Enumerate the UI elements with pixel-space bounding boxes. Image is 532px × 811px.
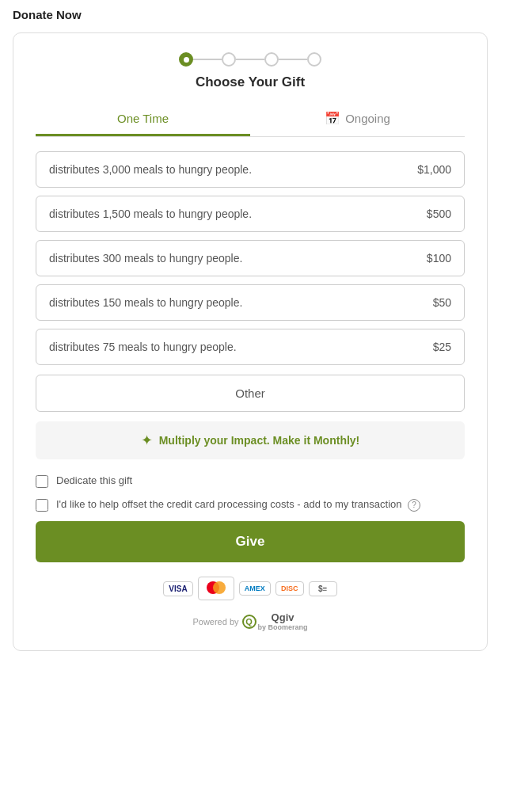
mastercard-icon bbox=[198, 577, 234, 600]
page-title: Donate Now bbox=[13, 8, 519, 21]
powered-by-text: Powered by bbox=[192, 617, 238, 626]
offset-checkbox[interactable] bbox=[36, 499, 48, 512]
stepper bbox=[36, 52, 465, 67]
step-line-2 bbox=[236, 59, 264, 60]
offset-label: I'd like to help offset the credit card … bbox=[56, 497, 420, 512]
dedicate-label: Dedicate this gift bbox=[56, 474, 132, 488]
donation-description-1000: distributes 3,000 meals to hungry people… bbox=[49, 163, 252, 176]
tab-one-time[interactable]: One Time bbox=[36, 103, 250, 136]
donation-amount-500: $500 bbox=[427, 208, 451, 220]
step-3 bbox=[264, 52, 279, 67]
tab-one-time-label: One Time bbox=[117, 112, 169, 125]
donation-amount-1000: $1,000 bbox=[417, 163, 451, 176]
step-1 bbox=[179, 52, 193, 67]
donation-option-100[interactable]: distributes 300 meals to hungry people. … bbox=[36, 240, 465, 276]
svg-point-1 bbox=[213, 581, 226, 594]
step-4 bbox=[307, 52, 321, 67]
section-title: Choose Your Gift bbox=[36, 74, 465, 90]
give-button[interactable]: Give bbox=[36, 521, 465, 562]
offset-checkbox-row: I'd like to help offset the credit card … bbox=[36, 497, 465, 512]
check-icon: $≡ bbox=[309, 581, 337, 596]
help-icon[interactable]: ? bbox=[408, 499, 420, 512]
donation-option-500[interactable]: distributes 1,500 meals to hungry people… bbox=[36, 196, 465, 232]
qgiv-q-icon: Q bbox=[242, 615, 256, 629]
dedicate-checkbox-row: Dedicate this gift bbox=[36, 474, 465, 488]
ongoing-icon: 📅 bbox=[325, 111, 340, 126]
step-line-3 bbox=[279, 59, 307, 60]
tabs: One Time 📅 Ongoing bbox=[36, 103, 465, 137]
amex-icon: AMEX bbox=[239, 581, 271, 596]
monthly-banner-text: Multiply your Impact. Make it Monthly! bbox=[159, 434, 360, 447]
step-2 bbox=[222, 52, 236, 67]
donation-description-25: distributes 75 meals to hungry people. bbox=[49, 341, 237, 353]
tab-ongoing[interactable]: 📅 Ongoing bbox=[250, 103, 465, 136]
other-option[interactable]: Other bbox=[36, 375, 465, 412]
powered-by: Powered by Q Qgiv by Boomerang bbox=[36, 611, 465, 631]
discover-icon: DISC bbox=[276, 581, 304, 596]
donation-option-25[interactable]: distributes 75 meals to hungry people. $… bbox=[36, 329, 465, 365]
qgiv-brand: Qgiv by Boomerang bbox=[258, 611, 308, 631]
donation-amount-100: $100 bbox=[427, 252, 451, 265]
donation-option-1000[interactable]: distributes 3,000 meals to hungry people… bbox=[36, 151, 465, 188]
donation-options-list: distributes 3,000 meals to hungry people… bbox=[36, 151, 465, 365]
qgiv-logo: Q Qgiv by Boomerang bbox=[242, 611, 308, 631]
payment-icons: VISA AMEX DISC $≡ bbox=[36, 577, 465, 600]
donation-card: Choose Your Gift One Time 📅 Ongoing dist… bbox=[13, 32, 488, 651]
donation-description-500: distributes 1,500 meals to hungry people… bbox=[49, 208, 252, 220]
donation-description-100: distributes 300 meals to hungry people. bbox=[49, 252, 242, 265]
visa-icon: VISA bbox=[163, 581, 192, 596]
dedicate-checkbox[interactable] bbox=[36, 475, 48, 488]
monthly-banner[interactable]: ✦ Multiply your Impact. Make it Monthly! bbox=[36, 421, 465, 459]
tab-ongoing-label: Ongoing bbox=[345, 112, 390, 125]
boomerang-text: by Boomerang bbox=[258, 623, 308, 631]
donation-amount-50: $50 bbox=[433, 296, 451, 309]
monthly-icon: ✦ bbox=[141, 432, 153, 449]
donation-amount-25: $25 bbox=[433, 341, 451, 353]
donation-description-50: distributes 150 meals to hungry people. bbox=[49, 296, 242, 309]
step-line-1 bbox=[193, 59, 222, 60]
donation-option-50[interactable]: distributes 150 meals to hungry people. … bbox=[36, 284, 465, 321]
